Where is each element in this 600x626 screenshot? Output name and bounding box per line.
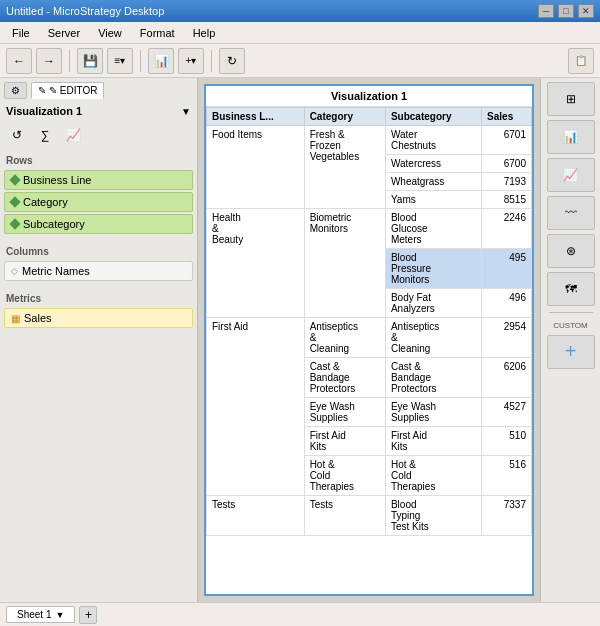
chart-type-button[interactable]: 📈	[62, 125, 84, 145]
sales-metric-field[interactable]: ▦ Sales	[4, 308, 193, 328]
table-cell-sales: 2246	[482, 209, 532, 249]
area-chart-button[interactable]: 〰	[547, 196, 595, 230]
table-cell-category: Hot & Cold Therapies	[304, 456, 385, 496]
sales-label: Sales	[24, 312, 52, 324]
insert-chart-button[interactable]: 📊	[148, 48, 174, 74]
pencil-icon: ✎	[38, 85, 46, 96]
menu-format[interactable]: Format	[132, 25, 183, 41]
table-cell-category: Cast & Bandage Protectors	[304, 358, 385, 398]
add-button[interactable]: +▾	[178, 48, 204, 74]
save-button[interactable]: 💾	[77, 48, 103, 74]
table-cell-business-line: First Aid	[207, 318, 305, 496]
table-cell-subcategory: Eye Wash Supplies	[385, 398, 481, 427]
sum-button[interactable]: ∑	[34, 125, 56, 145]
metric-names-icon: ◇	[11, 266, 18, 276]
panel-tabs: ⚙ ✎ ✎ EDITOR	[4, 82, 193, 99]
sheet-1-tab[interactable]: Sheet 1 ▼	[6, 606, 75, 623]
table-cell-sales: 516	[482, 456, 532, 496]
main-layout: ⚙ ✎ ✎ EDITOR Visualization 1 ▼ ↺ ∑ 📈 Row…	[0, 78, 600, 602]
table-cell-sales: 7337	[482, 496, 532, 536]
sheet-tab-arrow: ▼	[55, 610, 64, 620]
table-cell-sales: 495	[482, 249, 532, 289]
left-panel: ⚙ ✎ ✎ EDITOR Visualization 1 ▼ ↺ ∑ 📈 Row…	[0, 78, 198, 602]
table-cell-sales: 6700	[482, 155, 532, 173]
menu-file[interactable]: File	[4, 25, 38, 41]
editor-tab[interactable]: ✎ ✎ EDITOR	[31, 82, 104, 99]
metrics-label: Metrics	[4, 293, 193, 304]
table-cell-subcategory: Wheatgrass	[385, 173, 481, 191]
sheet-1-label: Sheet 1	[17, 609, 51, 620]
toolbar: ← → 💾 ≡▾ 📊 +▾ ↻ 📋	[0, 44, 600, 78]
refresh-button[interactable]: ↻	[219, 48, 245, 74]
table-cell-subcategory: Blood Pressure Monitors	[385, 249, 481, 289]
col-header-sales: Sales	[482, 108, 532, 126]
back-button[interactable]: ←	[6, 48, 32, 74]
metric-icon: ▦	[11, 313, 20, 324]
map-button[interactable]: 🗺	[547, 272, 595, 306]
table-cell-subcategory: Yams	[385, 191, 481, 209]
scatter-chart-button[interactable]: ⊛	[547, 234, 595, 268]
add-data-button[interactable]: ≡▾	[107, 48, 133, 74]
menu-help[interactable]: Help	[185, 25, 224, 41]
right-separator	[549, 312, 593, 313]
viz-actions: ↺ ∑ 📈	[4, 125, 193, 145]
table-cell-sales: 7193	[482, 173, 532, 191]
category-field[interactable]: Category	[4, 192, 193, 212]
table-cell-sales: 8515	[482, 191, 532, 209]
viz-name-row: Visualization 1 ▼	[4, 105, 193, 117]
line-chart-button[interactable]: 📈	[547, 158, 595, 192]
col-header-business: Business L...	[207, 108, 305, 126]
col-header-subcategory: Subcategory	[385, 108, 481, 126]
minimize-button[interactable]: ─	[538, 4, 554, 18]
menu-bar: File Server View Format Help	[0, 22, 600, 44]
table-cell-sales: 510	[482, 427, 532, 456]
metrics-section: Metrics ▦ Sales	[4, 293, 193, 330]
table-cell-category: First Aid Kits	[304, 427, 385, 456]
settings-tab[interactable]: ⚙	[4, 82, 27, 99]
toolbar-separator-1	[69, 50, 70, 72]
business-line-field[interactable]: Business Line	[4, 170, 193, 190]
toolbar-separator-2	[140, 50, 141, 72]
table-cell-category: Eye Wash Supplies	[304, 398, 385, 427]
editor-tab-label: ✎ EDITOR	[49, 85, 97, 96]
table-cell-sales: 6206	[482, 358, 532, 398]
maximize-button[interactable]: □	[558, 4, 574, 18]
metric-names-field[interactable]: ◇ Metric Names	[4, 261, 193, 281]
close-button[interactable]: ✕	[578, 4, 594, 18]
grid-view-button[interactable]: ⊞	[547, 82, 595, 116]
undo-button[interactable]: ↺	[6, 125, 28, 145]
table-cell-business-line: Tests	[207, 496, 305, 536]
more-options-button[interactable]: 📋	[568, 48, 594, 74]
add-custom-button[interactable]: +	[547, 335, 595, 369]
diamond-icon	[9, 218, 20, 229]
table-cell-subcategory: Body Fat Analyzers	[385, 289, 481, 318]
subcategory-label: Subcategory	[23, 218, 85, 230]
table-cell-sales: 496	[482, 289, 532, 318]
subcategory-field[interactable]: Subcategory	[4, 214, 193, 234]
title-bar: Untitled - MicroStrategy Desktop ─ □ ✕	[0, 0, 600, 22]
bar-chart-button[interactable]: 📊	[547, 120, 595, 154]
custom-label: CUSTOM	[553, 321, 588, 331]
rows-label: Rows	[4, 155, 193, 166]
table-cell-subcategory: Cast & Bandage Protectors	[385, 358, 481, 398]
table-cell-subcategory: First Aid Kits	[385, 427, 481, 456]
menu-view[interactable]: View	[90, 25, 130, 41]
window-controls: ─ □ ✕	[538, 4, 594, 18]
viz-name: Visualization 1	[6, 105, 82, 117]
viz-dropdown-arrow[interactable]: ▼	[181, 106, 191, 117]
table-cell-subcategory: Antiseptics & Cleaning	[385, 318, 481, 358]
add-sheet-button[interactable]: +	[79, 606, 97, 624]
table-cell-business-line: Health & Beauty	[207, 209, 305, 318]
menu-server[interactable]: Server	[40, 25, 88, 41]
diamond-icon	[9, 174, 20, 185]
viz-container: Visualization 1 Business L... Category S…	[204, 84, 534, 596]
col-header-category: Category	[304, 108, 385, 126]
table-cell-category: Biometric Monitors	[304, 209, 385, 318]
table-cell-subcategory: Water Chestnuts	[385, 126, 481, 155]
table-cell-sales: 4527	[482, 398, 532, 427]
table-cell-category: Antiseptics & Cleaning	[304, 318, 385, 358]
table-cell-subcategory: Hot & Cold Therapies	[385, 456, 481, 496]
forward-button[interactable]: →	[36, 48, 62, 74]
columns-section: Columns ◇ Metric Names	[4, 246, 193, 283]
viz-area: Visualization 1 Business L... Category S…	[198, 78, 540, 602]
